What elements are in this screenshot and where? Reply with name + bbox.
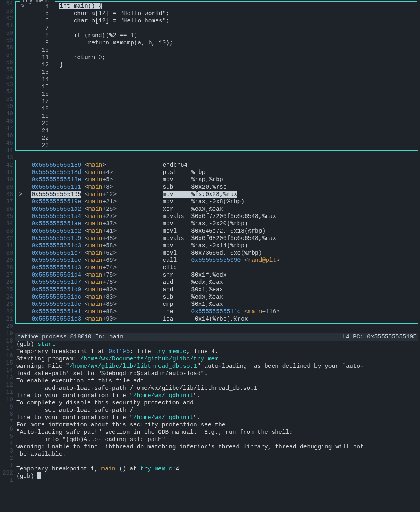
source-panel: try_mem.c >4 int main() { 5 char a[12] =… <box>15 1 418 151</box>
disassembly-panel: 0x555555555189 <main> endbr64 0x55555555… <box>15 160 418 324</box>
source-line[interactable]: >4 int main() { <box>16 2 413 10</box>
asm-line[interactable]: 0x5555555551ae <main+37> mov %rax,-0x20(… <box>16 220 414 227</box>
asm-line[interactable]: 0x555555555191 <main+8> sub $0x20,%rsp <box>16 183 414 191</box>
asm-line[interactable]: 0x5555555551e1 <main+88> jne 0x555555555… <box>16 308 414 315</box>
asm-line[interactable]: > 0x555555555195 <main+12> mov %fs:0x28,… <box>16 191 414 198</box>
source-file-title: try_mem.c <box>20 0 55 4</box>
disassembly-listing[interactable]: 0x555555555189 <main> endbr64 0x55555555… <box>16 161 414 323</box>
source-line[interactable]: 10 <box>16 46 413 54</box>
asm-line[interactable]: 0x5555555551a4 <main+27> movabs $0x6f772… <box>16 213 414 220</box>
cursor-icon <box>37 472 41 479</box>
source-line[interactable]: 13 <box>16 68 413 76</box>
asm-line[interactable]: 0x5555555551ce <main+69> call 0x55555555… <box>16 257 414 264</box>
asm-line[interactable]: 0x5555555551d3 <main+74> cltd <box>16 264 414 271</box>
source-line[interactable]: 19 <box>16 112 413 120</box>
source-line[interactable]: 17 <box>16 98 413 105</box>
source-listing[interactable]: >4 int main() { 5 char a[12] = "Hello wo… <box>16 2 413 149</box>
source-line[interactable]: 8 if (rand()%2 == 1) <box>16 32 413 39</box>
asm-line[interactable]: 0x5555555551de <main+85> cmp $0x1,%eax <box>16 301 414 308</box>
asm-line[interactable]: 0x5555555551dc <main+83> sub %edx,%eax <box>16 293 414 301</box>
asm-line[interactable]: 0x55555555518d <main+4> push %rbp <box>16 169 414 176</box>
source-line[interactable]: 20 <box>16 120 413 127</box>
source-line[interactable]: 14 <box>16 76 413 83</box>
asm-line[interactable]: 0x5555555551d4 <main+75> shr $0x1f,%edx <box>16 271 414 279</box>
status-left: native process 818010 In: main <box>17 333 342 341</box>
source-line[interactable]: 15 <box>16 83 413 90</box>
source-line[interactable]: 11 return 0; <box>16 54 413 61</box>
editor-line-gutter: 6463626160595857565554535251504948474645… <box>0 0 15 487</box>
asm-line[interactable]: 0x5555555551b9 <main+48> movabs $0x6f682… <box>16 235 414 242</box>
asm-line[interactable]: 0x5555555551c3 <main+58> mov %rax,-0x14(… <box>16 242 414 249</box>
asm-line[interactable]: 0x5555555551b2 <main+41> movl $0x646c72,… <box>16 227 414 235</box>
source-line[interactable]: 18 <box>16 105 413 112</box>
asm-line[interactable]: 0x55555555519e <main+21> mov %rax,-0x8(%… <box>16 198 414 205</box>
source-line[interactable]: 9 return memcmp(a, b, 10); <box>16 39 413 46</box>
gdb-prompt[interactable]: (gdb) <box>16 473 37 479</box>
source-line[interactable]: 6 char b[12] = "Hello homes"; <box>16 17 413 24</box>
asm-line[interactable]: 0x555555555189 <main> endbr64 <box>16 161 414 169</box>
source-line[interactable]: 23 <box>16 142 413 149</box>
source-line[interactable]: 7 <box>16 24 413 32</box>
asm-line[interactable]: 0x55555555518e <main+5> mov %rsp,%rbp <box>16 176 414 183</box>
status-right: L4 PC: 0x555555555195 <box>342 333 417 341</box>
source-line[interactable]: 16 <box>16 90 413 98</box>
status-bar: native process 818010 In: main L4 PC: 0x… <box>15 333 418 341</box>
asm-line[interactable]: 0x5555555551d9 <main+80> and $0x1,%eax <box>16 286 414 293</box>
gdb-prompt: (gdb) <box>16 341 37 347</box>
source-line[interactable]: 12 } <box>16 61 413 68</box>
asm-line[interactable]: 0x5555555551a2 <main+25> xor %eax,%eax <box>16 205 414 213</box>
gdb-console[interactable]: (gdb) start Temporary breakpoint 1 at 0x… <box>15 341 420 487</box>
source-line[interactable]: 5 char a[12] = "Hello world"; <box>16 10 413 17</box>
source-line[interactable]: 22 <box>16 134 413 142</box>
asm-line[interactable]: 0x5555555551d7 <main+78> add %edx,%eax <box>16 279 414 286</box>
source-line[interactable]: 21 <box>16 127 413 134</box>
asm-line[interactable]: 0x5555555551c7 <main+62> movl $0x73656d,… <box>16 249 414 257</box>
asm-line[interactable]: 0x5555555551e3 <main+90> lea -0x14(%rbp)… <box>16 315 414 323</box>
